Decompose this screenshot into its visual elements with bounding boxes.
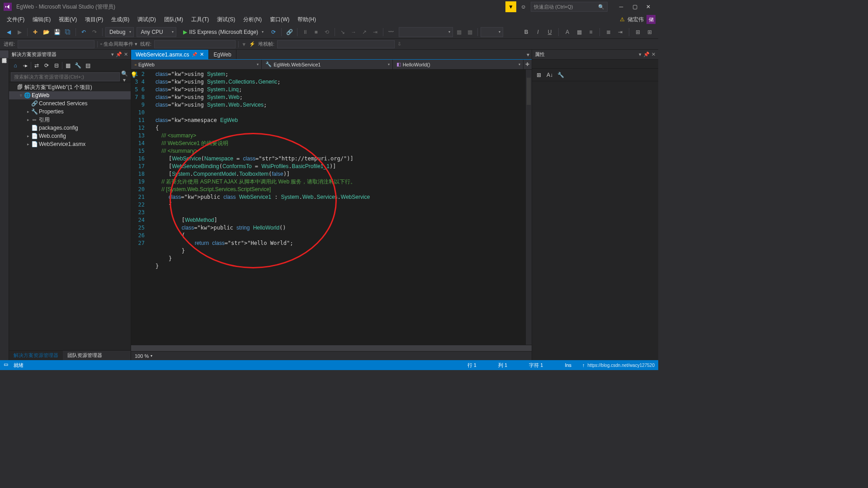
menu-item[interactable]: 分析(N) xyxy=(239,14,266,25)
menu-item[interactable]: 工具(T) xyxy=(187,14,213,25)
filter-icon[interactable]: ▼ xyxy=(241,42,246,47)
step-into-button[interactable]: ↘ xyxy=(338,27,348,37)
notification-icon[interactable]: ▼ xyxy=(505,1,516,12)
bg-color-button[interactable]: ▦ xyxy=(574,27,584,37)
sync-icon[interactable]: ⇄ xyxy=(32,61,41,70)
save-button[interactable]: 💾 xyxy=(52,27,62,37)
run-button[interactable]: ▶ IIS Express (Microsoft Edge) xyxy=(179,27,268,37)
browser-link-button[interactable]: 🔗 xyxy=(284,27,294,37)
tree-item[interactable]: 📄packages.config xyxy=(9,124,131,132)
pin-icon[interactable]: 📌 xyxy=(192,52,197,57)
back-icon[interactable]: ◦▸ xyxy=(21,61,30,70)
menu-item[interactable]: 窗口(W) xyxy=(266,14,293,25)
h-scrollbar[interactable] xyxy=(131,345,532,351)
tree-item[interactable]: ▸🔧Properties xyxy=(9,108,131,116)
preview-icon[interactable]: ▤ xyxy=(83,61,92,70)
zoom-combo[interactable]: 100 %▾ xyxy=(135,353,152,359)
close-icon[interactable]: ✕ xyxy=(124,52,128,57)
lightbulb-icon[interactable]: 💡 xyxy=(131,71,137,78)
tool-icon-1[interactable]: ▦ xyxy=(454,27,464,37)
warning-icon[interactable]: ⚠ xyxy=(620,16,625,23)
pin-icon[interactable]: 📌 xyxy=(116,52,122,57)
refresh-button[interactable]: ⟳ xyxy=(269,27,278,37)
project-combo[interactable]: ▫EgWeb xyxy=(131,60,262,69)
tree-item[interactable]: ▸📄Web.config xyxy=(9,132,131,140)
font-color-button[interactable]: A xyxy=(562,27,572,37)
config-combo[interactable]: Debug xyxy=(105,27,134,37)
dropdown-icon[interactable]: ⇩ xyxy=(397,41,401,47)
menu-item[interactable]: 编辑(E) xyxy=(28,14,55,25)
empty-combo-1[interactable] xyxy=(399,27,453,37)
menu-item[interactable]: 调试(D) xyxy=(133,14,160,25)
categorize-icon[interactable]: ⊞ xyxy=(534,70,544,80)
tree-item[interactable]: 🔗Connected Services xyxy=(9,99,131,108)
bold-button[interactable]: B xyxy=(521,27,531,37)
publish-icon[interactable]: ↑ xyxy=(582,362,585,368)
props-icon[interactable]: 🔧 xyxy=(73,61,82,70)
underline-button[interactable]: U xyxy=(545,27,555,37)
home-icon[interactable]: ⌂ xyxy=(11,61,20,70)
sort-icon[interactable]: A↓ xyxy=(545,70,555,80)
pin-icon[interactable]: 📌 xyxy=(643,52,650,57)
process-combo[interactable] xyxy=(18,40,94,48)
props-object-combo[interactable] xyxy=(532,60,658,69)
new-project-button[interactable]: ✚ xyxy=(30,27,40,37)
user-avatar[interactable]: 储 xyxy=(646,15,656,24)
redo-button[interactable]: ↷ xyxy=(90,27,99,37)
filter2-icon[interactable]: ⚡ xyxy=(249,41,255,47)
maximize-button[interactable]: ▢ xyxy=(628,2,641,11)
open-button[interactable]: 📂 xyxy=(41,27,51,37)
tab-solution-explorer[interactable]: 解决方案资源管理器 xyxy=(9,351,63,360)
doc-tab-active[interactable]: WebService1.asmx.cs 📌 ✕ xyxy=(131,50,209,59)
doc-tab[interactable]: EgWeb xyxy=(209,50,236,59)
close-button[interactable]: ✕ xyxy=(642,2,655,11)
back-button[interactable]: ◀ xyxy=(4,27,14,37)
align-button[interactable]: ≡ xyxy=(586,27,596,37)
menu-item[interactable]: 帮助(H) xyxy=(293,14,320,25)
solution-search-input[interactable] xyxy=(11,72,120,81)
stop-button[interactable]: ■ xyxy=(311,27,321,37)
tree-item[interactable]: 🗐解决方案"EgWeb"(1 个项目) xyxy=(9,83,131,91)
platform-combo[interactable]: Any CPU xyxy=(137,27,176,37)
stack-combo[interactable] xyxy=(277,40,395,48)
refresh-icon[interactable]: ⟳ xyxy=(42,61,51,70)
step-out-button[interactable]: ↗ xyxy=(359,27,369,37)
menu-item[interactable]: 文件(F) xyxy=(3,14,28,25)
empty-combo-2[interactable] xyxy=(481,27,503,37)
search-icon[interactable]: 🔍▾ xyxy=(120,70,129,83)
undo-button[interactable]: ↶ xyxy=(79,27,89,37)
panel-menu-icon[interactable]: ▾ xyxy=(111,52,114,57)
panel-menu-icon[interactable]: ▾ xyxy=(639,52,642,57)
tab-overflow-icon[interactable]: ▾ xyxy=(524,50,532,59)
minimize-button[interactable]: ─ xyxy=(615,2,627,11)
feedback-icon[interactable]: ☺ xyxy=(518,1,529,12)
user-name[interactable]: 储宏伟 xyxy=(627,16,644,23)
minimap-scrollbar[interactable] xyxy=(525,70,532,345)
tab-team-explorer[interactable]: 团队资源管理器 xyxy=(63,351,107,360)
class-combo[interactable]: 🔧EgWeb.WebService1 xyxy=(262,60,392,69)
split-icon[interactable]: ✚ xyxy=(524,61,532,67)
list-button[interactable]: ≣ xyxy=(604,27,613,37)
tree-item[interactable]: ▸▫▫引用 xyxy=(9,116,131,124)
restart-button[interactable]: ⟲ xyxy=(322,27,332,37)
close-icon[interactable]: ✕ xyxy=(651,52,656,57)
tag-button[interactable]: ⊞ xyxy=(633,27,643,37)
indent-button[interactable]: ⇥ xyxy=(615,27,625,37)
menu-item[interactable]: 生成(B) xyxy=(107,14,133,25)
forward-button[interactable]: ▶ xyxy=(14,27,24,37)
collapse-icon[interactable]: ⊟ xyxy=(52,61,61,70)
method-combo[interactable]: ◧HelloWorld() xyxy=(393,60,524,69)
code-content[interactable]: class="kw">using System; class="kw">usin… xyxy=(154,70,525,345)
tree-item[interactable]: ▿🌐EgWeb xyxy=(9,91,131,99)
step-over-button[interactable]: → xyxy=(349,27,359,37)
menu-item[interactable]: 测试(S) xyxy=(213,14,239,25)
menu-item[interactable]: 项目(P) xyxy=(81,14,107,25)
menu-item[interactable]: 视图(V) xyxy=(55,14,81,25)
menu-item[interactable]: 团队(M) xyxy=(160,14,187,25)
quick-launch-input[interactable]: 快速启动 (Ctrl+Q) 🔍 xyxy=(531,2,608,12)
thread-combo[interactable] xyxy=(154,40,236,48)
server-explorer-tab[interactable]: 服务器资源管理器 xyxy=(0,51,9,58)
showall-icon[interactable]: ▦ xyxy=(63,61,72,70)
tree-item[interactable]: ▸📄WebService1.asmx xyxy=(9,140,131,148)
save-all-button[interactable]: ⿻ xyxy=(63,27,73,37)
